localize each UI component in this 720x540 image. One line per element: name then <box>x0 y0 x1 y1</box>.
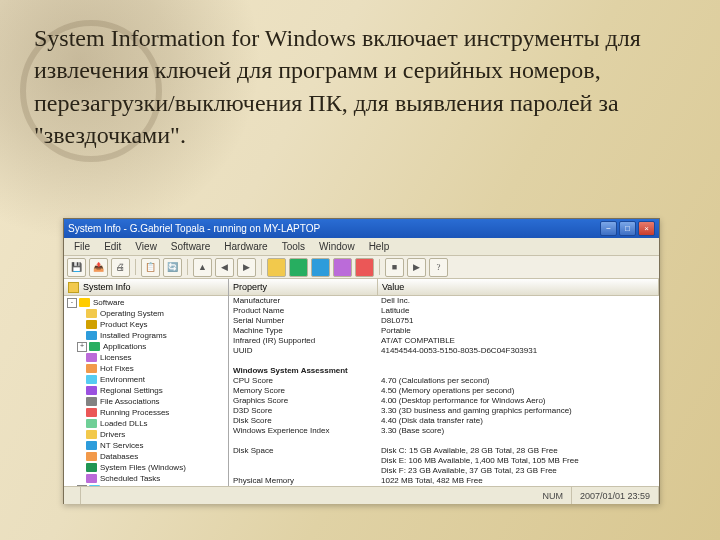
toolbar-stop-icon[interactable]: ■ <box>385 258 404 277</box>
menu-file[interactable]: File <box>67 241 97 252</box>
list-row[interactable]: Machine TypePortable <box>229 326 659 336</box>
cell-value <box>377 436 659 446</box>
tree-item-icon <box>86 386 97 395</box>
menu-view[interactable]: View <box>128 241 164 252</box>
cell-value: Disk C: 15 GB Available, 28 GB Total, 28… <box>377 446 659 456</box>
tree-item[interactable]: Databases <box>64 451 228 462</box>
tree-item-icon <box>86 397 97 406</box>
toolbar-up-icon[interactable]: ▲ <box>193 258 212 277</box>
cell-property: UUID <box>229 346 377 356</box>
tree-item[interactable]: File Associations <box>64 396 228 407</box>
toolbar-app4-icon[interactable] <box>333 258 352 277</box>
cell-value: Latitude <box>377 306 659 316</box>
list-row[interactable]: D3D Score3.30 (3D business and gaming gr… <box>229 406 659 416</box>
tree-item[interactable]: NT Services <box>64 440 228 451</box>
list-row[interactable]: Infrared (IR) SupportedAT/AT COMPATIBLE <box>229 336 659 346</box>
list-row[interactable]: Graphics Score4.00 (Desktop performance … <box>229 396 659 406</box>
folder-icon <box>68 282 79 293</box>
toolbar-app3-icon[interactable] <box>311 258 330 277</box>
tree-item[interactable]: Regional Settings <box>64 385 228 396</box>
tree-item-label: NT Services <box>100 441 143 450</box>
list-row[interactable]: ManufacturerDell Inc. <box>229 296 659 306</box>
cell-property <box>229 436 377 446</box>
tree-item[interactable]: +Applications <box>64 341 228 352</box>
list-row[interactable] <box>229 356 659 366</box>
cell-value: Portable <box>377 326 659 336</box>
toolbar-separator <box>379 259 380 275</box>
toolbar-back-icon[interactable]: ◀ <box>215 258 234 277</box>
list-row[interactable]: Windows Experience Index3.30 (Base score… <box>229 426 659 436</box>
tree-item[interactable]: Licenses <box>64 352 228 363</box>
list-row[interactable]: CPU Score4.70 (Calculations per second) <box>229 376 659 386</box>
tree-item-icon <box>86 364 97 373</box>
tree-item[interactable]: System Files (Windows) <box>64 462 228 473</box>
list-row[interactable]: Disk F: 23 GB Available, 37 GB Total, 23… <box>229 466 659 476</box>
cell-property: Machine Type <box>229 326 377 336</box>
toolbar-save-icon[interactable]: 💾 <box>67 258 86 277</box>
menu-software[interactable]: Software <box>164 241 217 252</box>
menu-help[interactable]: Help <box>362 241 397 252</box>
list-row[interactable]: Disk E: 106 MB Available, 1,400 MB Total… <box>229 456 659 466</box>
tree-item[interactable]: Drivers <box>64 429 228 440</box>
toolbar-run-icon[interactable]: ▶ <box>407 258 426 277</box>
list-row[interactable]: Windows System Assessment <box>229 366 659 376</box>
tree-item-label: System Files (Windows) <box>100 463 186 472</box>
maximize-button[interactable]: □ <box>619 221 636 236</box>
col-value[interactable]: Value <box>378 279 659 295</box>
list-panel: Property Value ManufacturerDell Inc.Prod… <box>229 279 659 486</box>
tree-item[interactable]: Installed Programs <box>64 330 228 341</box>
list-header: Property Value <box>229 279 659 296</box>
tree-item[interactable]: +Startup <box>64 484 228 486</box>
tree-item-icon <box>89 342 100 351</box>
tree-item-label: Hot Fixes <box>100 364 134 373</box>
cell-value: 3.30 (3D business and gaming graphics pe… <box>377 406 659 416</box>
tree-item[interactable]: Loaded DLLs <box>64 418 228 429</box>
cell-value: Dell Inc. <box>377 296 659 306</box>
close-button[interactable]: × <box>638 221 655 236</box>
tree-item-label: Scheduled Tasks <box>100 474 160 483</box>
toolbar-fwd-icon[interactable]: ▶ <box>237 258 256 277</box>
tree-item[interactable]: Environment <box>64 374 228 385</box>
list-row[interactable]: Disk Score4.40 (Disk data transfer rate) <box>229 416 659 426</box>
tree-item[interactable]: Scheduled Tasks <box>64 473 228 484</box>
toolbar-print-icon[interactable]: 🖨 <box>111 258 130 277</box>
toolbar-app5-icon[interactable] <box>355 258 374 277</box>
tree-item-icon <box>86 430 97 439</box>
tree-item-label: Operating System <box>100 309 164 318</box>
toolbar-refresh-icon[interactable]: 🔄 <box>163 258 182 277</box>
expand-icon[interactable]: + <box>77 485 87 487</box>
toolbar-app2-icon[interactable] <box>289 258 308 277</box>
list-row[interactable]: Disk SpaceDisk C: 15 GB Available, 28 GB… <box>229 446 659 456</box>
toolbar-export-icon[interactable]: 📤 <box>89 258 108 277</box>
tree-item[interactable]: Running Processes <box>64 407 228 418</box>
app-window: System Info - G.Gabriel Topala - running… <box>63 218 660 504</box>
col-property[interactable]: Property <box>229 279 378 295</box>
list-row[interactable]: Product NameLatitude <box>229 306 659 316</box>
toolbar-app1-icon[interactable] <box>267 258 286 277</box>
list-row[interactable]: UUID41454544-0053-5150-8035-D6C04F303931 <box>229 346 659 356</box>
list-row[interactable]: Memory Score4.50 (Memory operations per … <box>229 386 659 396</box>
tree-item-icon <box>89 485 100 486</box>
tree-item[interactable]: Hot Fixes <box>64 363 228 374</box>
tree-item[interactable]: Operating System <box>64 308 228 319</box>
tree-item-icon <box>86 408 97 417</box>
tree-item-label: Licenses <box>100 353 132 362</box>
expand-icon[interactable]: - <box>67 298 77 308</box>
minimize-button[interactable]: − <box>600 221 617 236</box>
cell-property: Infrared (IR) Supported <box>229 336 377 346</box>
menu-window[interactable]: Window <box>312 241 362 252</box>
tree-item[interactable]: -Software <box>64 297 228 308</box>
menu-hardware[interactable]: Hardware <box>217 241 274 252</box>
list-row[interactable]: Serial NumberD8L0751 <box>229 316 659 326</box>
menu-tools[interactable]: Tools <box>275 241 312 252</box>
list-row[interactable] <box>229 436 659 446</box>
menu-edit[interactable]: Edit <box>97 241 128 252</box>
cell-value: 4.50 (Memory operations per second) <box>377 386 659 396</box>
expand-icon[interactable]: + <box>77 342 87 352</box>
tree-item[interactable]: Product Keys <box>64 319 228 330</box>
tree-item-icon <box>86 309 97 318</box>
list-row[interactable]: Physical Memory1022 MB Total, 482 MB Fre… <box>229 476 659 486</box>
toolbar-separator <box>187 259 188 275</box>
toolbar-copy-icon[interactable]: 📋 <box>141 258 160 277</box>
toolbar-help-icon[interactable]: ? <box>429 258 448 277</box>
